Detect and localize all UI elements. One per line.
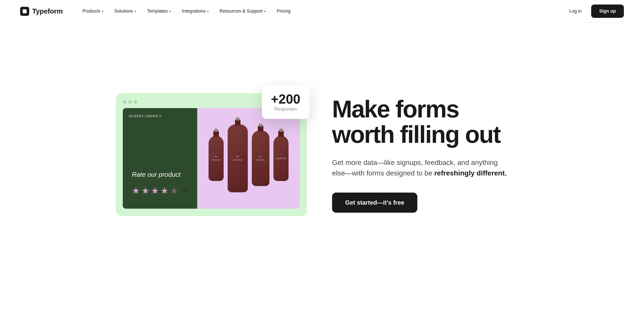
bottle-label-2: the smoother [231, 155, 244, 161]
signup-button[interactable]: Sign up [591, 5, 624, 18]
hero-subtext-bold: refreshingly different. [434, 169, 507, 177]
hero-copy: Make forms worth filling out Get more da… [332, 97, 528, 213]
browser-content: GLOSSY LOCKS © Rate our product ★ ★ ★ ★ … [123, 108, 300, 209]
headline-line1: Make forms [332, 96, 459, 122]
nav-item-resources[interactable]: Resources & Support ▾ [215, 6, 270, 16]
form-question: Rate our product [132, 171, 188, 178]
bottle-3: the shampoo [252, 131, 269, 186]
logo-icon-inner [23, 9, 27, 13]
chevron-down-icon-templates: ▾ [169, 10, 171, 13]
nav-item-solutions[interactable]: Solutions ▾ [110, 6, 141, 16]
navbar-right: Log in Sign up [565, 5, 624, 18]
logo-text: Typeform [32, 7, 63, 15]
nav-label-resources: Resources & Support [220, 9, 263, 14]
nav-label-integrations: Integrations [182, 9, 206, 14]
nav-label-products: Products [83, 9, 100, 14]
star-2: ★ [141, 186, 149, 196]
dot-3 [134, 100, 137, 104]
nav-label-pricing: Pricing [277, 9, 291, 14]
star-1: ★ [132, 186, 140, 196]
form-brand: GLOSSY LOCKS © [129, 114, 162, 118]
hero-section: GLOSSY LOCKS © Rate our product ★ ★ ★ ★ … [0, 23, 644, 287]
cta-button[interactable]: Get started—it's free [332, 193, 417, 213]
dot-1 [123, 100, 126, 104]
chevron-down-icon-resources: ▾ [264, 10, 266, 13]
product-panel: the shampoo the smoother the shampoo con… [197, 108, 300, 209]
navbar-left: Typeform Products ▾ Solutions ▾ Template… [20, 6, 295, 16]
chevron-down-icon-integrations: ▾ [207, 10, 209, 13]
logo-icon [20, 7, 29, 16]
bottle-4: conditioner [273, 136, 289, 181]
form-panel: GLOSSY LOCKS © Rate our product ★ ★ ★ ★ … [123, 108, 197, 209]
star-3: ★ [151, 186, 159, 196]
response-count: +200 [271, 93, 300, 106]
star-4: ★ [160, 186, 169, 196]
stars-row: ★ ★ ★ ★ ★ ☞ [132, 186, 188, 196]
navbar: Typeform Products ▾ Solutions ▾ Template… [0, 0, 644, 23]
nav-item-pricing[interactable]: Pricing [272, 6, 295, 16]
bottles-container: the shampoo the smoother the shampoo con… [197, 108, 300, 209]
hero-headline: Make forms worth filling out [332, 97, 528, 147]
bottle-label-4: conditioner [275, 157, 287, 160]
star-5: ★ [170, 186, 178, 196]
nav-item-templates[interactable]: Templates ▾ [143, 6, 175, 16]
nav-item-products[interactable]: Products ▾ [78, 6, 108, 16]
nav-label-templates: Templates [147, 9, 168, 14]
logo[interactable]: Typeform [20, 7, 63, 16]
nav-item-integrations[interactable]: Integrations ▾ [177, 6, 213, 16]
response-card: +200 Responses [262, 85, 309, 119]
bottle-2: the smoother [228, 124, 248, 192]
login-button[interactable]: Log in [565, 6, 586, 16]
hero-illustration: GLOSSY LOCKS © Rate our product ★ ★ ★ ★ … [116, 93, 307, 216]
bottle-1: the shampoo [209, 136, 224, 181]
response-label: Responses [271, 107, 300, 112]
nav-links: Products ▾ Solutions ▾ Templates ▾ Integ… [78, 6, 295, 16]
hand-cursor-icon: ☞ [181, 186, 188, 196]
bottle-label-3: the shampoo [254, 155, 267, 161]
headline-line2: worth filling out [332, 121, 500, 148]
dot-2 [128, 100, 132, 104]
nav-label-solutions: Solutions [114, 9, 133, 14]
hero-subtext: Get more data—like signups, feedback, an… [332, 157, 508, 178]
chevron-down-icon-products: ▾ [102, 10, 103, 13]
chevron-down-icon-solutions: ▾ [135, 10, 136, 13]
bottle-label-1: the shampoo [210, 155, 222, 161]
